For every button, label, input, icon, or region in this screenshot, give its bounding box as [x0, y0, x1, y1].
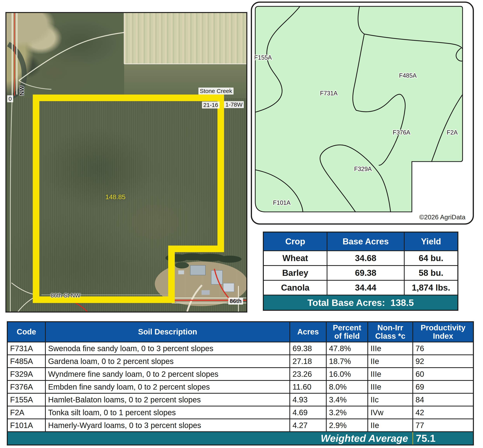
soil-cell-class: IIIe	[368, 342, 413, 354]
soil-cell-code: F155A	[8, 394, 45, 406]
crop-cell: Barley	[264, 266, 327, 280]
crop-cell: 64 bu.	[405, 251, 457, 265]
soil-cell-description: Wyndmere fine sandy loam, 0 to 2 percent…	[46, 368, 289, 380]
soil-cell-description: Hamerly-Wyard loams, 0 to 3 percent slop…	[46, 419, 289, 431]
soil-header-acres: Acres	[290, 322, 326, 342]
soil-cell-class: IIe	[368, 419, 413, 431]
soil-header-percent: Percent of field	[327, 322, 367, 342]
soil-cell-percent: 16.0%	[327, 368, 367, 380]
soil-region-label-f329a: F329A	[354, 166, 372, 172]
soil-cell-percent: 8.0%	[327, 381, 367, 393]
soil-header-code: Code	[8, 322, 45, 342]
soil-cell-pi: 76	[413, 342, 473, 354]
soil-cell-class: IIIe	[368, 368, 413, 380]
soil-cell-code: F376A	[8, 381, 45, 393]
trail-line	[19, 32, 125, 80]
soil-map-graphic: F155A F731A F485A F376A F2A F329A F101A …	[252, 3, 473, 224]
soil-cell-pi: 60	[413, 368, 473, 380]
soil-cell-description: Gardena loam, 0 to 2 percent slopes	[46, 355, 289, 367]
agridata-field-report: 86th St NW	[0, 0, 483, 448]
soil-cell-code: F731A	[8, 342, 45, 354]
soil-region-label-f376a: F376A	[393, 129, 410, 136]
soil-cell-pi: 92	[413, 355, 473, 367]
road-label-nw-vertical: NW	[18, 86, 25, 96]
soil-cell-acres: 23.26	[290, 368, 326, 380]
soil-cell-percent: 3.2%	[327, 407, 367, 418]
crop-cell: 69.38	[327, 266, 404, 280]
soil-cell-percent: 47.8%	[327, 342, 367, 354]
soil-cell-description: Embden fine sandy loam, 0 to 2 percent s…	[46, 381, 289, 393]
soil-field-shape	[255, 6, 463, 212]
soil-map-panel: F155A F731A F485A F376A F2A F329A F101A …	[251, 1, 474, 224]
soil-cell-acres: 4.27	[290, 419, 326, 431]
left-road-lower	[10, 97, 12, 312]
crop-table-header-base-acres: Base Acres	[327, 232, 404, 250]
soil-cell-acres: 4.93	[290, 394, 326, 406]
soil-cell-percent: 3.4%	[327, 394, 367, 406]
soil-cell-class: IIIe	[368, 381, 413, 393]
map-copyright: ©2026 AgriData	[419, 214, 466, 221]
section-label-right: 1-78W	[224, 101, 244, 108]
soil-region-label-f485a: F485A	[399, 72, 417, 79]
weighted-average-row: Weighted Average 75.1	[8, 432, 473, 445]
creek-label: Stone Creek	[198, 88, 234, 95]
soil-cell-class: IIc	[368, 394, 413, 406]
crop-cell: Wheat	[264, 251, 327, 265]
soil-cell-class: IVw	[368, 407, 413, 418]
crop-cell: 58 bu.	[405, 266, 457, 280]
section-label-left: 21-16	[202, 102, 220, 109]
soil-header-pi: Productivity Index	[413, 322, 473, 342]
crop-base-acres-table: Crop Base Acres Yield Wheat 34.68 64 bu.…	[263, 232, 458, 311]
soil-cell-acres: 69.38	[290, 342, 326, 354]
soil-region-label-f731a: F731A	[320, 90, 338, 96]
crop-table-header-yield: Yield	[405, 232, 457, 250]
aerial-overlay-graphics	[6, 13, 246, 312]
weighted-average-label: Weighted Average	[8, 432, 413, 445]
soil-cell-code: F2A	[8, 407, 45, 418]
field-acres-label: 148.85	[105, 193, 125, 201]
total-base-acres-row: Total Base Acres: 138.5	[264, 296, 457, 310]
soil-cell-description: Swenoda fine sandy loam, 0 to 3 percent …	[46, 342, 289, 354]
soil-region-label-f101a: F101A	[273, 199, 291, 206]
soil-cell-code: F485A	[8, 355, 45, 367]
soil-cell-percent: 2.9%	[327, 419, 367, 431]
soil-region-label-f2a: F2A	[447, 129, 458, 136]
soil-cell-code: F329A	[8, 368, 45, 380]
weighted-average-value: 75.1	[413, 432, 473, 445]
soil-cell-percent: 18.7%	[327, 355, 367, 367]
bottom-left-red-road	[74, 302, 87, 312]
total-base-acres-label: Total Base Acres:	[307, 297, 385, 308]
total-base-acres-value: 138.5	[390, 297, 414, 308]
road-label-86th-st-nw-partial: 86th St NW	[51, 292, 80, 299]
soil-cell-description: Hamlet-Balaton loams, 0 to 2 percent slo…	[46, 394, 289, 406]
field-edge-line	[124, 13, 246, 64]
soil-cell-pi: 42	[413, 407, 473, 418]
soil-header-description: Soil Description	[46, 322, 289, 342]
crop-cell: 34.68	[327, 251, 404, 265]
soil-cell-acres: 11.60	[290, 381, 326, 393]
soil-region-label-f155a: F155A	[254, 54, 272, 61]
crop-cell: 34.44	[327, 281, 404, 295]
road-label-86th: 86th	[228, 297, 243, 304]
crop-cell: Canola	[264, 281, 327, 295]
soil-cell-code: F101A	[8, 419, 45, 431]
soil-cell-description: Tonka silt loam, 0 to 1 percent slopes	[46, 407, 289, 418]
road-label-0-partial: 0	[7, 95, 13, 102]
soil-cell-pi: 69	[413, 381, 473, 393]
soil-cell-acres: 4.69	[290, 407, 326, 418]
crop-table-header-crop: Crop	[264, 232, 327, 250]
soil-productivity-table: Code Soil Description Acres Percent of f…	[7, 321, 474, 446]
aerial-photo-panel: 86th St NW	[5, 12, 247, 312]
soil-cell-pi: 77	[413, 419, 473, 431]
soil-header-class: Non-Irr Class *c	[368, 322, 413, 342]
soil-cell-class: IIe	[368, 355, 413, 367]
soil-cell-acres: 27.18	[290, 355, 326, 367]
soil-cell-pi: 84	[413, 394, 473, 406]
crop-cell: 1,874 lbs.	[405, 281, 457, 295]
